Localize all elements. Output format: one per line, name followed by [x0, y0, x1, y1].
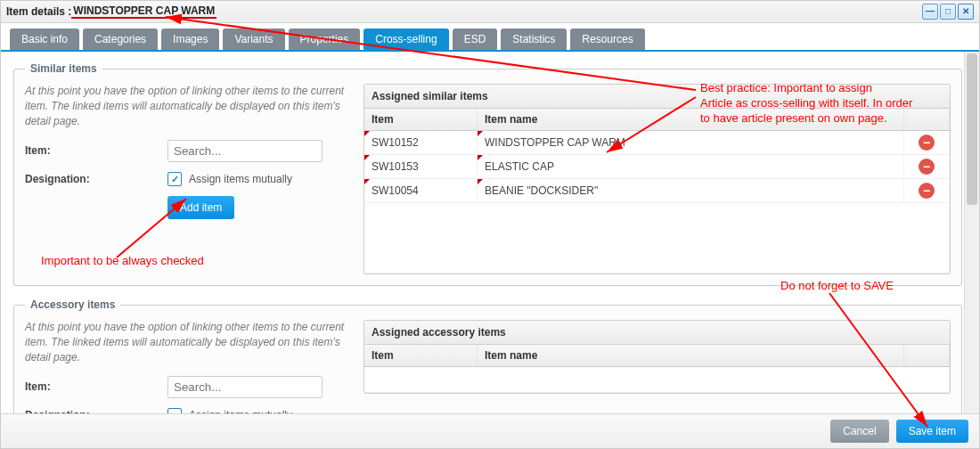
assigned-accessory-caption: Assigned accessory items: [364, 321, 950, 345]
similar-designation-label: Designation:: [25, 173, 167, 185]
window-close-button[interactable]: ✕: [958, 4, 974, 20]
col-item-name[interactable]: Item name: [478, 345, 904, 367]
tab-categories[interactable]: Categories: [83, 29, 158, 50]
accessory-items-panel: Accessory items At this point you have t…: [13, 298, 962, 413]
cell-name: BEANIE "DOCKSIDER": [478, 179, 904, 203]
assigned-accessory-grid: Assigned accessory items Item Item name: [363, 320, 951, 394]
cell-item: SW10152: [364, 131, 478, 155]
delete-row-button[interactable]: −: [919, 183, 935, 199]
tab-esd[interactable]: ESD: [453, 29, 498, 50]
col-item[interactable]: Item: [364, 109, 478, 131]
window-footer: Cancel Save item: [1, 413, 979, 448]
cancel-button[interactable]: Cancel: [830, 420, 888, 443]
vertical-scrollbar[interactable]: [964, 52, 979, 413]
accessory-items-legend: Accessory items: [25, 298, 120, 311]
tab-resources[interactable]: Resources: [570, 29, 644, 50]
window-title-prefix: Item details :: [6, 5, 71, 18]
similar-mutual-checkbox[interactable]: [167, 172, 182, 186]
similar-item-search-input[interactable]: [167, 140, 323, 162]
similar-help-text: At this point you have the option of lin…: [25, 84, 346, 128]
similar-mutual-label: Assign items mutually: [189, 173, 292, 185]
cell-item: SW10153: [364, 155, 478, 179]
tab-basic-info[interactable]: Basic info: [10, 29, 79, 50]
tab-statistics[interactable]: Statistics: [501, 29, 567, 50]
window-title-name: WINDSTOPPER CAP WARM: [71, 4, 216, 19]
cell-item: SW10054: [364, 179, 478, 203]
delete-row-button[interactable]: −: [919, 159, 935, 175]
tab-cross-selling[interactable]: Cross-selling: [363, 29, 448, 50]
cell-name: ELASTIC CAP: [478, 155, 904, 179]
accessory-item-search-input[interactable]: [167, 376, 323, 398]
col-actions: [904, 345, 950, 367]
similar-add-item-button[interactable]: Add item: [167, 196, 234, 219]
similar-item-label: Item:: [25, 144, 167, 157]
annotation-best-practice: Best practice: Important to assign Artic…: [700, 81, 912, 127]
annotation-save: Do not forget to SAVE: [780, 279, 894, 294]
annotation-always-checked: Important to be always checked: [41, 254, 204, 269]
tab-variants[interactable]: Variants: [223, 29, 284, 50]
delete-row-button[interactable]: −: [919, 135, 935, 151]
window-minimize-button[interactable]: —: [922, 4, 938, 20]
table-row[interactable]: SW10152 WINDSTOPPER CAP WARM −: [364, 131, 950, 155]
table-row[interactable]: SW10054 BEANIE "DOCKSIDER" −: [364, 179, 950, 203]
accessory-help-text: At this point you have the option of lin…: [25, 320, 346, 364]
tab-properties[interactable]: Properties: [289, 29, 361, 50]
cell-name: WINDSTOPPER CAP WARM: [478, 131, 904, 155]
tab-bar: Basic info Categories Images Variants Pr…: [1, 23, 979, 52]
table-row[interactable]: SW10153 ELASTIC CAP −: [364, 155, 950, 179]
save-item-button[interactable]: Save item: [896, 420, 968, 443]
window-maximize-button[interactable]: □: [940, 4, 956, 20]
tab-images[interactable]: Images: [161, 29, 219, 50]
window-titlebar: Item details : WINDSTOPPER CAP WARM — □ …: [1, 1, 979, 23]
col-item[interactable]: Item: [364, 345, 478, 367]
accessory-item-label: Item:: [25, 380, 167, 393]
scrollbar-thumb[interactable]: [967, 53, 977, 205]
similar-items-legend: Similar items: [25, 62, 102, 75]
